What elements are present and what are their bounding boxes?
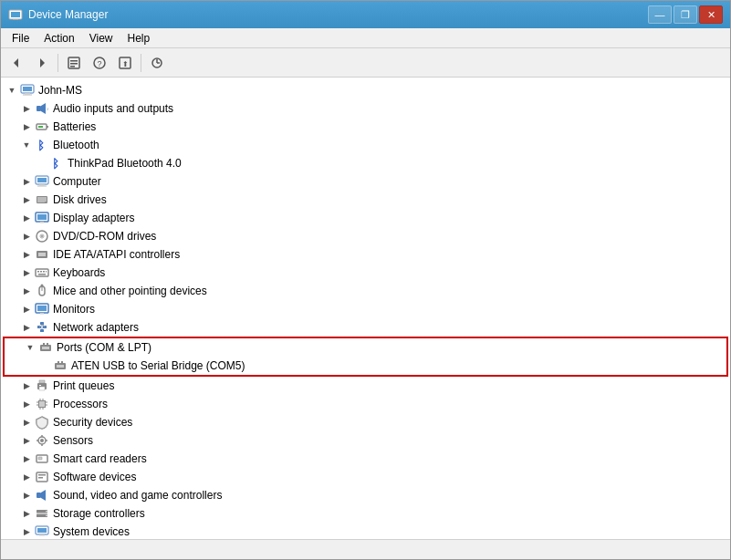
smartcard-expander[interactable]: ▶ — [19, 450, 34, 468]
tree-item-software[interactable]: ▶ Software devices — [1, 468, 730, 486]
computer-expander[interactable]: ▶ — [19, 172, 34, 191]
svg-rect-46 — [43, 271, 45, 273]
svg-rect-43 — [36, 269, 48, 276]
tree-item-sensors[interactable]: ▶ Sensors — [1, 431, 730, 450]
close-button[interactable]: ✕ — [699, 5, 723, 24]
menu-help[interactable]: Help — [120, 30, 158, 47]
svg-text:⬆: ⬆ — [122, 60, 129, 68]
svg-rect-6 — [70, 60, 78, 62]
network-expander[interactable]: ▶ — [19, 318, 34, 337]
batteries-expander[interactable]: ▶ — [19, 118, 34, 136]
toolbar: ? ⬆ — [1, 48, 730, 78]
storage-expander[interactable]: ▶ — [19, 504, 34, 523]
sensors-expander[interactable]: ▶ — [19, 431, 34, 450]
svg-rect-30 — [39, 184, 45, 186]
ide-expander[interactable]: ▶ — [19, 245, 34, 264]
computer-label: Computer — [53, 175, 730, 188]
svg-rect-24 — [47, 126, 48, 128]
svg-rect-103 — [39, 534, 45, 536]
security-expander[interactable]: ▶ — [19, 413, 34, 431]
sound-label: Sound, video and game controllers — [53, 489, 730, 502]
audio-expander[interactable]: ▶ — [19, 99, 34, 118]
tree-item-system[interactable]: ▶ System devices — [1, 523, 730, 539]
ports-expander[interactable]: ▼ — [23, 338, 37, 357]
print-expander[interactable]: ▶ — [19, 377, 34, 395]
update-driver-button[interactable]: ⬆ — [113, 52, 137, 74]
keyboards-expander[interactable]: ▶ — [19, 264, 34, 282]
minimize-button[interactable]: — — [648, 5, 672, 24]
tree-item-mice[interactable]: ▶ Mice and other pointing devices — [1, 282, 730, 300]
processors-label: Processors — [53, 398, 730, 410]
svg-rect-68 — [57, 361, 59, 363]
disk-expander[interactable]: ▶ — [19, 191, 34, 209]
svg-rect-25 — [38, 126, 43, 128]
tree-item-ports[interactable]: ▼ Ports (COM & LPT) — [5, 338, 726, 357]
menu-action[interactable]: Action — [37, 30, 81, 47]
tree-item-audio[interactable]: ▶ ♪ Audio inputs and outputs — [1, 99, 730, 118]
tree-root[interactable]: ▼ John-MS — [1, 81, 730, 99]
svg-rect-2 — [13, 19, 18, 20]
svg-rect-31 — [37, 186, 47, 187]
view-properties-button[interactable] — [62, 52, 86, 74]
properties-icon — [67, 56, 81, 70]
dvd-expander[interactable]: ▶ — [19, 227, 34, 245]
tree-view[interactable]: ▼ John-MS ▶ ♪ Audio — [1, 78, 730, 539]
svg-marker-21 — [41, 103, 46, 114]
svg-rect-20 — [37, 106, 41, 111]
tree-item-monitors[interactable]: ▶ Monitors — [1, 300, 730, 318]
mice-expander[interactable]: ▶ — [19, 282, 34, 300]
processors-expander[interactable]: ▶ — [19, 395, 34, 413]
root-expander[interactable]: ▼ — [5, 81, 19, 99]
svg-text:ᛒ: ᛒ — [37, 139, 45, 152]
svg-rect-64 — [43, 343, 45, 345]
menu-bar: File Action View Help — [1, 28, 730, 48]
security-label: Security devices — [53, 416, 730, 429]
monitors-icon — [34, 301, 50, 317]
tree-item-display[interactable]: ▶ Display adapters — [1, 209, 730, 227]
tree-item-bluetooth[interactable]: ▼ ᛒ Bluetooth — [1, 136, 730, 154]
tree-item-network[interactable]: ▶ Network adapters — [1, 318, 730, 337]
display-expander[interactable]: ▶ — [19, 209, 34, 227]
bluetooth-expander[interactable]: ▼ — [19, 136, 34, 154]
tree-item-aten[interactable]: ATEN USB to Serial Bridge (COM5) — [5, 357, 726, 375]
svg-rect-36 — [37, 214, 47, 220]
title-bar-controls: — ❐ ✕ — [648, 5, 723, 24]
tree-item-bt-thinkpad[interactable]: ᛒ ThinkPad Bluetooth 4.0 — [1, 154, 730, 172]
tree-item-processors[interactable]: ▶ Processors — [1, 395, 730, 413]
svg-rect-69 — [61, 361, 63, 363]
forward-button[interactable] — [30, 52, 54, 74]
tree-item-ide[interactable]: ▶ IDE ATA/ATAPI controllers — [1, 245, 730, 264]
svg-rect-44 — [37, 271, 39, 273]
tree-item-batteries[interactable]: ▶ Batteries — [1, 118, 730, 136]
tree-item-computer[interactable]: ▶ Computer — [1, 172, 730, 191]
tree-item-print[interactable]: ▶ Print queues — [1, 377, 730, 395]
mice-icon — [34, 283, 50, 299]
software-expander[interactable]: ▶ — [19, 468, 34, 486]
system-expander[interactable]: ▶ — [19, 523, 34, 539]
tree-item-sound[interactable]: ▶ Sound, video and game controllers — [1, 486, 730, 504]
back-button[interactable] — [5, 52, 28, 74]
app-icon — [8, 7, 23, 22]
menu-file[interactable]: File — [5, 30, 37, 47]
tree-item-keyboards[interactable]: ▶ Keyboards — [1, 264, 730, 282]
window-title: Device Manager — [28, 8, 108, 21]
sound-expander[interactable]: ▶ — [19, 486, 34, 504]
tree-item-disk[interactable]: ▶ Disk drives — [1, 191, 730, 209]
computer-node-icon — [34, 173, 50, 190]
bluetooth-icon: ᛒ — [34, 137, 50, 153]
storage-icon — [34, 505, 50, 522]
tree-item-dvd[interactable]: ▶ DVD/CD-ROM drives — [1, 227, 730, 245]
security-icon — [34, 414, 50, 430]
svg-rect-37 — [40, 222, 44, 223]
scan-hardware-button[interactable] — [145, 52, 169, 74]
bt-thinkpad-icon: ᛒ — [48, 155, 65, 171]
bt-thinkpad-expander — [34, 154, 48, 172]
tree-item-storage[interactable]: ▶ Storage controllers — [1, 504, 730, 523]
restore-button[interactable]: ❐ — [674, 5, 697, 24]
monitors-expander[interactable]: ▶ — [19, 300, 34, 318]
display-label: Display adapters — [53, 212, 730, 224]
help-button[interactable]: ? — [88, 52, 111, 74]
tree-item-smartcard[interactable]: ▶ Smart card readers — [1, 450, 730, 468]
tree-item-security[interactable]: ▶ Security devices — [1, 413, 730, 431]
menu-view[interactable]: View — [82, 30, 120, 47]
